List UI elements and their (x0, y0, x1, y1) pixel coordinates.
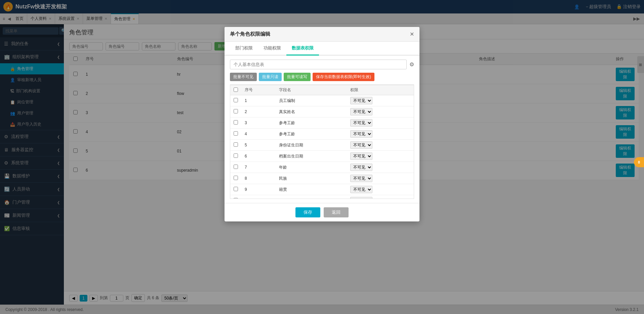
modal-overlay: 单个角色权限编辑 ✕ 部门权限 功能权限 数据表权限 ⚙ 批量不可见 批量只读 … (0, 0, 644, 314)
perm-table-wrapper: 序号 字段名 权限 1 员工编制 不可见 只读 可读写 2 真实姓名 (230, 84, 414, 199)
perm-row-field: 出生地 (276, 195, 347, 199)
perm-select[interactable]: 不可见 只读 可读写 (350, 152, 372, 160)
perm-row-checkbox[interactable] (234, 176, 238, 180)
perm-row-field: 员工编制 (276, 95, 347, 106)
perm-row-checkbox[interactable] (234, 187, 238, 191)
modal-search-input[interactable] (230, 60, 407, 69)
modal-search-bar: ⚙ (230, 60, 414, 69)
perm-row-id: 10 (241, 195, 276, 199)
perm-select[interactable]: 不可见 只读 可读写 (350, 130, 372, 138)
modal-tab-func[interactable]: 功能权限 (258, 42, 286, 56)
permission-modal: 单个角色权限编辑 ✕ 部门权限 功能权限 数据表权限 ⚙ 批量不可见 批量只读 … (225, 27, 419, 221)
perm-select[interactable]: 不可见 只读 可读写 (350, 141, 372, 149)
batch-readonly-button[interactable]: 批量只读 (259, 73, 282, 81)
perm-row-id: 2 (241, 106, 276, 117)
modal-return-button[interactable]: 返回 (324, 207, 349, 217)
modal-tab-data[interactable]: 数据表权限 (286, 42, 319, 56)
perm-select-all[interactable] (234, 88, 238, 92)
modal-save-button[interactable]: 保存 (295, 207, 320, 217)
perm-row-checkbox[interactable] (234, 98, 238, 102)
perm-row-id: 5 (241, 140, 276, 151)
perm-table-row: 5 身份证生日期 不可见 只读 可读写 (230, 140, 414, 151)
perm-select[interactable]: 不可见 只读 可读写 (350, 97, 372, 104)
perm-table-row: 9 籍贯 不可见 只读 可读写 (230, 184, 414, 195)
perm-select[interactable]: 不可见 只读 可读写 (350, 119, 372, 127)
perm-row-checkbox[interactable] (234, 131, 238, 136)
perm-row-checkbox[interactable] (234, 109, 238, 113)
perm-row-checkbox[interactable] (234, 165, 238, 169)
modal-header: 单个角色权限编辑 ✕ (225, 27, 419, 42)
perm-row-field: 真实姓名 (276, 106, 347, 117)
perm-field: 档案出生日期 (279, 154, 303, 159)
perm-field: 出生地 (279, 198, 291, 199)
perm-row-field: 参考工龄 (276, 129, 347, 140)
save-current-table-button[interactable]: 保存当前数据表权限(即时生效) (313, 73, 374, 81)
perm-row-field: 身份证生日期 (276, 140, 347, 151)
perm-row-field: 年龄 (276, 162, 347, 173)
perm-field: 年龄 (279, 165, 287, 170)
perm-field: 员工编制 (279, 98, 295, 103)
perm-field: 身份证生日期 (279, 143, 303, 147)
modal-batch-buttons: 批量不可见 批量只读 批量可读写 保存当前数据表权限(即时生效) (230, 73, 414, 81)
perm-row-id: 8 (241, 173, 276, 184)
perm-field: 参考工龄 (279, 120, 295, 125)
modal-footer: 保存 返回 (225, 203, 419, 221)
perm-table-row: 8 民族 不可见 只读 可读写 (230, 173, 414, 184)
feedback-icon: 8 (638, 160, 640, 164)
perm-table-row: 10 出生地 不可见 只读 可读写 (230, 195, 414, 199)
perm-row-checkbox[interactable] (234, 198, 238, 199)
perm-select[interactable]: 不可见 只读 可读写 (350, 108, 372, 115)
perm-select[interactable]: 不可见 只读 可读写 (350, 175, 372, 182)
perm-row-field: 档案出生日期 (276, 151, 347, 162)
perm-table-row: 6 档案出生日期 不可见 只读 可读写 (230, 151, 414, 162)
perm-col-perm: 权限 (347, 85, 414, 95)
feedback-button[interactable]: 8 (634, 157, 644, 167)
perm-row-id: 1 (241, 95, 276, 106)
perm-row-checkbox[interactable] (234, 142, 238, 147)
perm-row-id: 9 (241, 184, 276, 195)
perm-col-checkbox (230, 85, 241, 95)
perm-row-checkbox[interactable] (234, 153, 238, 158)
perm-row-id: 4 (241, 129, 276, 140)
perm-col-id: 序号 (241, 85, 276, 95)
modal-search-icon[interactable]: ⚙ (409, 61, 414, 68)
perm-field: 参考工龄 (279, 132, 295, 136)
modal-body: ⚙ 批量不可见 批量只读 批量可读写 保存当前数据表权限(即时生效) 序号 字段… (225, 56, 419, 203)
perm-field: 民族 (279, 176, 287, 181)
perm-row-id: 6 (241, 151, 276, 162)
batch-readwrite-button[interactable]: 批量可读写 (284, 73, 311, 81)
perm-table-row: 1 员工编制 不可见 只读 可读写 (230, 95, 414, 106)
modal-title: 单个角色权限编辑 (230, 31, 270, 37)
perm-select[interactable]: 不可见 只读 可读写 (350, 164, 372, 171)
batch-invisible-button[interactable]: 批量不可见 (230, 73, 257, 81)
perm-table-row: 4 参考工龄 不可见 只读 可读写 (230, 129, 414, 140)
perm-row-id: 7 (241, 162, 276, 173)
perm-row-field: 籍贯 (276, 184, 347, 195)
perm-select[interactable]: 不可见 只读 可读写 (350, 186, 372, 193)
perm-row-field: 参考工龄 (276, 117, 347, 129)
modal-tabs: 部门权限 功能权限 数据表权限 (225, 42, 419, 56)
perm-select[interactable]: 不可见 只读 可读写 (350, 197, 372, 199)
perm-col-field: 字段名 (276, 85, 347, 95)
perm-field: 籍贯 (279, 187, 287, 192)
perm-table: 序号 字段名 权限 1 员工编制 不可见 只读 可读写 2 真实姓名 (230, 85, 414, 199)
perm-row-id: 3 (241, 117, 276, 129)
perm-table-row: 7 年龄 不可见 只读 可读写 (230, 162, 414, 173)
modal-close-button[interactable]: ✕ (410, 32, 414, 37)
perm-row-field: 民族 (276, 173, 347, 184)
modal-tab-dept[interactable]: 部门权限 (230, 42, 258, 56)
perm-row-checkbox[interactable] (234, 120, 238, 125)
perm-table-row: 2 真实姓名 不可见 只读 可读写 (230, 106, 414, 117)
perm-field: 真实姓名 (279, 109, 295, 114)
perm-table-row: 3 参考工龄 不可见 只读 可读写 (230, 117, 414, 129)
